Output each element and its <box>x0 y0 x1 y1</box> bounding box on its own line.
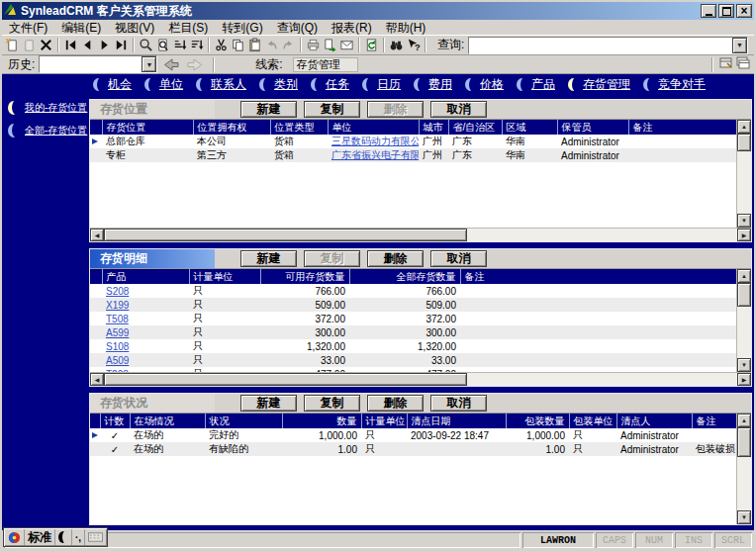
column-header[interactable]: 位置拥有权 <box>193 120 270 135</box>
tab[interactable]: 价格 <box>465 76 504 93</box>
column-header[interactable]: 备注 <box>460 269 736 284</box>
action-button[interactable]: 新建 <box>240 101 297 118</box>
column-header[interactable]: 包装单位 <box>569 414 616 428</box>
edit-record-icon[interactable] <box>21 37 38 54</box>
new-record-icon[interactable] <box>4 37 21 54</box>
tab[interactable]: 竞争对手 <box>643 76 706 93</box>
scroll-down-icon[interactable]: ▼ <box>737 358 751 372</box>
menu-item[interactable]: 视图(V) <box>108 20 161 36</box>
undo-icon[interactable] <box>263 37 280 54</box>
tab[interactable]: 日历 <box>362 76 401 93</box>
column-header[interactable]: 备注 <box>692 414 736 428</box>
forward-icon[interactable] <box>185 56 205 72</box>
tab[interactable]: 机会 <box>93 76 132 93</box>
column-header[interactable]: 省/自治区 <box>448 120 502 135</box>
search-icon[interactable] <box>138 37 154 54</box>
ime-keyboard-icon[interactable] <box>85 529 106 545</box>
tab[interactable]: 联系人 <box>196 76 246 93</box>
column-header[interactable]: 清点日期 <box>407 414 506 428</box>
menu-item[interactable]: 转到(G) <box>215 20 269 36</box>
column-header[interactable]: 计量单位 <box>361 414 407 428</box>
print-icon[interactable] <box>305 37 322 54</box>
chevron-down-icon[interactable]: ▼ <box>142 56 156 72</box>
sidebar-item[interactable]: 我的-存货位置 <box>8 101 89 115</box>
action-button[interactable]: 取消 <box>430 101 487 118</box>
action-button[interactable]: 取消 <box>430 250 487 267</box>
table-row[interactable]: S108 只 1,320.00 1,320.00 <box>90 339 736 353</box>
redo-icon[interactable] <box>280 37 297 54</box>
column-header[interactable]: 数量 <box>282 414 361 428</box>
action-button[interactable]: 复制 <box>304 101 360 118</box>
table-row[interactable]: T508 只 372.00 372.00 <box>90 312 736 325</box>
column-header[interactable]: 包装数量 <box>506 414 569 428</box>
product-link[interactable]: S108 <box>102 339 189 353</box>
product-link[interactable]: T508 <box>102 312 189 325</box>
column-header[interactable]: 全部存货数量 <box>349 269 460 284</box>
copy-icon[interactable] <box>230 37 246 54</box>
scroll-up-icon[interactable]: ▲ <box>737 414 751 427</box>
scroll-thumb[interactable] <box>737 283 751 307</box>
company-link[interactable]: 广东省振兴电子有限公司 <box>328 148 419 162</box>
close-icon[interactable] <box>736 4 752 18</box>
cut-icon[interactable] <box>213 37 230 54</box>
ime-moon-icon[interactable] <box>55 529 72 545</box>
scroll-left-icon[interactable]: ◀ <box>90 373 104 386</box>
context-help-icon[interactable]: ? <box>405 37 422 54</box>
tab[interactable]: 任务 <box>311 76 349 93</box>
export-icon[interactable] <box>322 37 338 54</box>
column-header[interactable]: 在场情况 <box>130 414 205 428</box>
column-header[interactable]: 城市 <box>419 120 448 135</box>
ime-punctuation-icon[interactable] <box>72 529 85 545</box>
action-button[interactable]: 删除 <box>367 101 424 118</box>
sidebar-item[interactable]: 全部-存货位置 <box>8 124 89 138</box>
table-row[interactable]: ✓ 在场的 有缺陷的 1.00 只 1.00 只 <box>90 442 736 456</box>
scroll-up-icon[interactable]: ▲ <box>737 269 751 283</box>
column-header[interactable]: 保管员 <box>557 120 628 135</box>
ime-logo-icon[interactable] <box>5 529 25 545</box>
product-link[interactable]: S208 <box>102 284 189 298</box>
scroll-thumb[interactable] <box>737 134 751 151</box>
record-cards-icon[interactable] <box>736 56 750 72</box>
sort-ascending-icon[interactable] <box>171 37 188 54</box>
menu-item[interactable]: 栏目(S) <box>161 20 215 36</box>
scroll-left-icon[interactable]: ◀ <box>90 229 104 241</box>
product-link[interactable]: X199 <box>102 298 189 312</box>
action-button[interactable]: 取消 <box>430 395 487 412</box>
first-record-icon[interactable] <box>62 37 79 54</box>
scroll-thumb[interactable] <box>737 427 751 457</box>
mail-icon[interactable] <box>338 37 355 54</box>
scroll-up-icon[interactable]: ▲ <box>737 120 751 134</box>
last-record-icon[interactable] <box>113 37 130 54</box>
table-row[interactable]: S208 只 766.00 766.00 <box>90 284 736 298</box>
column-header[interactable]: 可用存货数量 <box>260 269 349 284</box>
action-button[interactable]: 复制 <box>304 250 360 267</box>
tab[interactable]: 类别 <box>259 76 298 93</box>
query-input[interactable] <box>469 38 732 53</box>
menu-item[interactable]: 查询(Q) <box>270 20 325 36</box>
column-header[interactable]: 存货位置 <box>102 120 193 135</box>
minimize-icon[interactable] <box>701 4 716 18</box>
action-button[interactable]: 删除 <box>367 395 424 412</box>
column-header[interactable]: 位置类型 <box>270 120 328 135</box>
prev-record-icon[interactable] <box>79 37 96 54</box>
search-preview-icon[interactable] <box>154 37 171 54</box>
scroll-down-icon[interactable]: ▼ <box>737 214 751 228</box>
table-row[interactable]: ✓ 在场的 完好的 1,000.00 只 2003-09-22 18:47 1,… <box>90 428 736 442</box>
chevron-down-icon[interactable]: ▼ <box>732 38 747 53</box>
scroll-right-icon[interactable]: ▶ <box>737 229 751 241</box>
column-header[interactable]: 区域 <box>502 120 557 135</box>
tab[interactable]: 费用 <box>414 76 452 93</box>
table-row[interactable]: X199 只 509.00 509.00 <box>90 298 736 312</box>
column-header[interactable]: 单位 <box>328 120 419 135</box>
tab[interactable]: 单位 <box>144 76 183 93</box>
scroll-thumb[interactable] <box>104 229 467 241</box>
table-row[interactable]: A509 只 33.00 33.00 <box>90 353 736 367</box>
scroll-thumb[interactable] <box>104 373 467 386</box>
action-button[interactable]: 删除 <box>367 250 424 267</box>
find-icon[interactable] <box>388 37 405 54</box>
restore-icon[interactable] <box>718 4 734 18</box>
tab[interactable]: 存货管理 <box>568 76 630 93</box>
menu-item[interactable]: 编辑(E) <box>54 20 108 36</box>
history-input[interactable] <box>40 56 142 72</box>
product-link[interactable]: A599 <box>102 325 189 339</box>
